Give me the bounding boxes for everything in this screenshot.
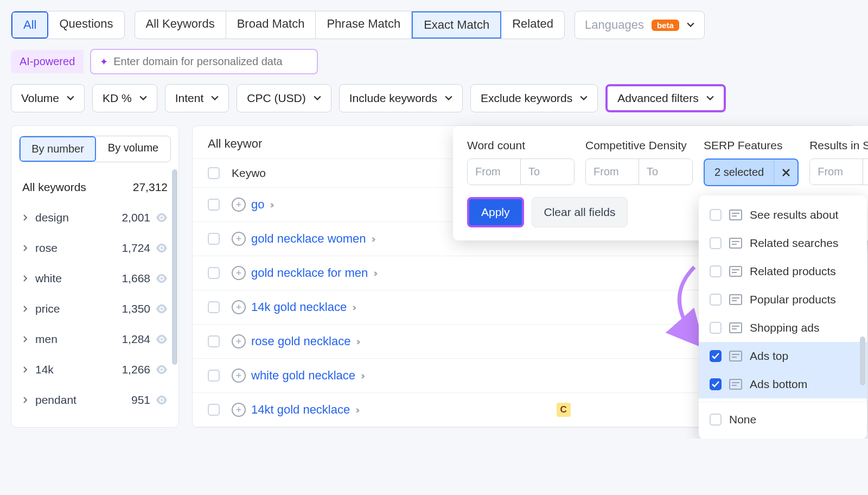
- column-keyword-header[interactable]: Keywo: [232, 167, 266, 180]
- chevron-down-icon: [706, 94, 714, 102]
- tab-broad-match[interactable]: Broad Match: [226, 11, 316, 39]
- row-checkbox[interactable]: [208, 199, 220, 211]
- add-keyword-button[interactable]: +: [232, 369, 246, 383]
- sidebar-all-keywords[interactable]: All keywords 27,312: [11, 172, 178, 202]
- eye-icon[interactable]: [156, 243, 168, 253]
- serp-option[interactable]: Shopping ads: [699, 314, 867, 342]
- eye-icon[interactable]: [156, 334, 168, 344]
- density-to[interactable]: [639, 159, 692, 185]
- add-keyword-button[interactable]: +: [232, 198, 246, 212]
- keyword-link[interactable]: gold necklace for men: [251, 266, 368, 280]
- add-keyword-button[interactable]: +: [232, 266, 246, 280]
- double-chevron-icon[interactable]: ››: [373, 268, 375, 279]
- domain-input[interactable]: [113, 55, 308, 68]
- checkbox[interactable]: [710, 322, 722, 334]
- keyword-link[interactable]: white gold necklace: [251, 369, 355, 383]
- filter-include[interactable]: Include keywords: [339, 84, 463, 112]
- keyword-link[interactable]: gold necklace women: [251, 232, 366, 246]
- serp-option-none[interactable]: None: [699, 405, 867, 434]
- svg-point-6: [161, 399, 163, 402]
- row-checkbox[interactable]: [208, 370, 220, 382]
- filter-volume[interactable]: Volume: [11, 84, 85, 112]
- add-keyword-button[interactable]: +: [232, 403, 246, 417]
- wordcount-to[interactable]: [521, 159, 574, 185]
- checkbox-checked[interactable]: [710, 350, 722, 362]
- sidebar-item[interactable]: rose 1,724: [11, 233, 178, 263]
- eye-icon[interactable]: [156, 274, 168, 283]
- languages-label: Languages: [585, 18, 644, 32]
- serp-option[interactable]: See results about: [699, 201, 867, 229]
- checkbox[interactable]: [710, 265, 722, 277]
- filter-exclude[interactable]: Exclude keywords: [470, 84, 598, 112]
- serp-features-select[interactable]: 2 selected: [704, 158, 799, 186]
- double-chevron-icon[interactable]: ››: [361, 370, 363, 382]
- serp-option[interactable]: Ads top: [699, 342, 867, 370]
- sidebar-item[interactable]: price 1,350: [11, 294, 178, 324]
- checkbox-checked[interactable]: [710, 378, 722, 390]
- row-checkbox[interactable]: [208, 335, 220, 347]
- languages-dropdown[interactable]: Languages beta: [575, 11, 705, 39]
- sidebar-item[interactable]: white 1,668: [11, 263, 178, 294]
- sidebar-item-label: 14k: [35, 363, 54, 376]
- double-chevron-icon[interactable]: ››: [372, 233, 374, 245]
- filter-cpc[interactable]: CPC (USD): [237, 84, 331, 112]
- results-to[interactable]: [863, 159, 868, 185]
- dropdown-scrollbar[interactable]: [860, 337, 865, 385]
- eye-icon[interactable]: [156, 304, 168, 314]
- keyword-link[interactable]: 14k gold necklace: [251, 300, 347, 314]
- clear-all-button[interactable]: Clear all fields: [532, 197, 628, 227]
- eye-icon[interactable]: [156, 365, 168, 375]
- double-chevron-icon[interactable]: ››: [352, 302, 354, 313]
- keyword-link[interactable]: 14kt gold necklace: [251, 403, 350, 417]
- double-chevron-icon[interactable]: ››: [355, 404, 358, 416]
- add-keyword-button[interactable]: +: [232, 232, 246, 246]
- tab-questions[interactable]: Questions: [48, 11, 124, 39]
- add-keyword-button[interactable]: +: [232, 300, 246, 314]
- sidebar-item[interactable]: pendant 951: [11, 385, 178, 415]
- svg-point-5: [161, 369, 163, 371]
- tab-related[interactable]: Related: [501, 11, 564, 39]
- sidebar-scrollbar[interactable]: [172, 169, 177, 365]
- select-all-checkbox[interactable]: [208, 167, 220, 179]
- svg-rect-13: [730, 266, 742, 276]
- domain-input-wrap[interactable]: ✦: [90, 49, 318, 74]
- checkbox[interactable]: [710, 209, 722, 221]
- serp-option[interactable]: Popular products: [699, 285, 867, 314]
- tab-all-keywords[interactable]: All Keywords: [135, 11, 226, 39]
- sidebar-item[interactable]: design 2,001: [11, 202, 178, 233]
- results-from[interactable]: [810, 159, 863, 185]
- apply-button[interactable]: Apply: [467, 197, 524, 227]
- serp-option[interactable]: Ads bottom: [699, 370, 867, 398]
- serp-clear-button[interactable]: [774, 160, 797, 185]
- row-checkbox[interactable]: [208, 233, 220, 245]
- sidebar-item[interactable]: 14k 1,266: [11, 354, 178, 385]
- tab-exact-match[interactable]: Exact Match: [412, 11, 501, 39]
- eye-icon[interactable]: [156, 213, 168, 223]
- double-chevron-icon[interactable]: ››: [356, 336, 358, 347]
- wordcount-from[interactable]: [468, 159, 521, 185]
- row-checkbox[interactable]: [208, 301, 220, 313]
- checkbox[interactable]: [710, 414, 722, 426]
- keyword-link[interactable]: rose gold necklace: [251, 334, 350, 348]
- tab-phrase-match[interactable]: Phrase Match: [316, 11, 412, 39]
- serp-option[interactable]: Related searches: [699, 229, 867, 257]
- filter-intent[interactable]: Intent: [165, 84, 229, 112]
- sort-by-number[interactable]: By number: [20, 136, 96, 162]
- row-checkbox[interactable]: [208, 404, 220, 416]
- eye-icon[interactable]: [156, 395, 168, 405]
- keyword-link[interactable]: go: [251, 198, 264, 212]
- checkbox[interactable]: [710, 237, 722, 249]
- row-checkbox[interactable]: [208, 267, 220, 279]
- density-from[interactable]: [586, 159, 639, 185]
- tab-all[interactable]: All: [11, 11, 48, 39]
- chevron-right-icon: [22, 397, 29, 403]
- double-chevron-icon[interactable]: ››: [270, 199, 272, 211]
- checkbox[interactable]: [710, 294, 722, 306]
- add-keyword-button[interactable]: +: [232, 334, 246, 348]
- sort-by-volume[interactable]: By volume: [96, 136, 170, 162]
- filter-advanced[interactable]: Advanced filters: [605, 84, 725, 112]
- filter-kd[interactable]: KD %: [92, 84, 157, 112]
- tab-group-match: All Keywords Broad Match Phrase Match Ex…: [135, 11, 565, 39]
- sidebar-item[interactable]: men 1,284: [11, 324, 178, 354]
- serp-option[interactable]: Related products: [699, 257, 867, 285]
